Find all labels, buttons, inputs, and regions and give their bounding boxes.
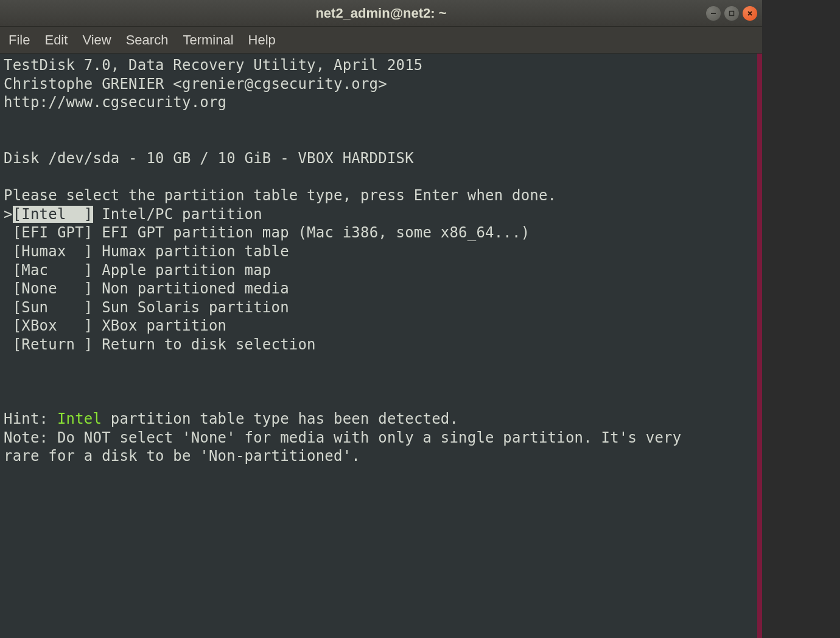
- svg-rect-1: [730, 11, 734, 15]
- titlebar: net2_admin@net2: ~: [0, 0, 762, 27]
- menu-help[interactable]: Help: [248, 32, 276, 48]
- window-title: net2_admin@net2: ~: [315, 5, 446, 21]
- partition-option[interactable]: [Mac ] Apple partition map: [4, 261, 758, 280]
- option-marker: [4, 299, 13, 316]
- menu-edit[interactable]: Edit: [44, 32, 68, 48]
- partition-option[interactable]: [XBox ] XBox partition: [4, 317, 758, 335]
- menu-search[interactable]: Search: [126, 32, 169, 48]
- option-label: [Humax ]: [13, 243, 93, 260]
- option-marker: [4, 336, 13, 353]
- maximize-button[interactable]: [724, 6, 739, 21]
- option-label: [Return ]: [13, 336, 93, 353]
- partition-option[interactable]: [Humax ] Humax partition table: [4, 242, 758, 261]
- partition-option[interactable]: [Sun ] Sun Solaris partition: [4, 298, 758, 317]
- menu-file[interactable]: File: [9, 32, 30, 48]
- terminal-window: net2_admin@net2: ~ File Edit View Search…: [0, 0, 762, 638]
- note-text: Note: Do NOT select 'None' for media wit…: [4, 429, 758, 466]
- option-description: Sun Solaris partition: [93, 299, 289, 316]
- minimize-button[interactable]: [706, 6, 721, 21]
- menu-terminal[interactable]: Terminal: [183, 32, 233, 48]
- header-line: TestDisk 7.0, Data Recovery Utility, Apr…: [4, 56, 758, 75]
- blank-line: [4, 112, 758, 131]
- option-label: [XBox ]: [13, 317, 93, 334]
- option-marker: >: [4, 206, 13, 223]
- option-description: Return to disk selection: [93, 336, 316, 353]
- option-description: XBox partition: [93, 317, 227, 334]
- blank-line: [4, 373, 758, 391]
- option-label: [EFI GPT]: [13, 224, 93, 241]
- prompt-text: Please select the partition table type, …: [4, 186, 758, 205]
- header-line: Christophe GRENIER <grenier@cgsecurity.o…: [4, 75, 758, 94]
- blank-line: [4, 130, 758, 149]
- blank-line: [4, 391, 758, 410]
- blank-line: [4, 168, 758, 187]
- header-line: http://www.cgsecurity.org: [4, 93, 758, 112]
- hint-detected: Intel: [57, 410, 102, 427]
- partition-option[interactable]: [Return ] Return to disk selection: [4, 335, 758, 354]
- partition-option[interactable]: [None ] Non partitioned media: [4, 279, 758, 298]
- option-label: [Sun ]: [13, 299, 93, 316]
- terminal-content[interactable]: TestDisk 7.0, Data Recovery Utility, Apr…: [0, 54, 762, 638]
- option-description: Intel/PC partition: [93, 206, 262, 223]
- option-marker: [4, 243, 13, 260]
- menu-view[interactable]: View: [82, 32, 111, 48]
- hint-line: Hint: Intel partition table type has bee…: [4, 410, 758, 429]
- disk-info: Disk /dev/sda - 10 GB / 10 GiB - VBOX HA…: [4, 149, 758, 168]
- option-description: Apple partition map: [93, 262, 271, 279]
- option-label: [Mac ]: [13, 262, 93, 279]
- partition-option[interactable]: [EFI GPT] EFI GPT partition map (Mac i38…: [4, 223, 758, 242]
- option-marker: [4, 317, 13, 334]
- hint-prefix: Hint:: [4, 410, 57, 427]
- close-button[interactable]: [743, 6, 757, 21]
- option-marker: [4, 280, 13, 297]
- option-description: EFI GPT partition map (Mac i386, some x8…: [93, 224, 530, 241]
- option-marker: [4, 224, 13, 241]
- option-label: [Intel ]: [13, 206, 93, 223]
- option-description: Non partitioned media: [93, 280, 289, 297]
- blank-line: [4, 354, 758, 373]
- hint-suffix: partition table type has been detected.: [102, 410, 458, 427]
- option-marker: [4, 262, 13, 279]
- menubar: File Edit View Search Terminal Help: [0, 27, 762, 54]
- option-description: Humax partition table: [93, 243, 289, 260]
- window-controls: [706, 6, 757, 21]
- option-label: [None ]: [13, 280, 93, 297]
- partition-option[interactable]: >[Intel ] Intel/PC partition: [4, 205, 758, 224]
